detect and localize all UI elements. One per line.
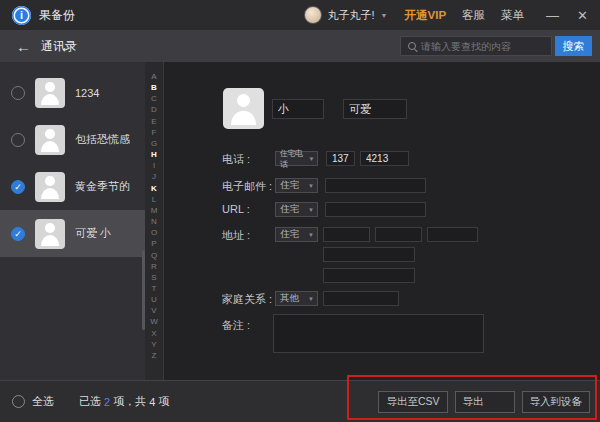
url-type-dropdown[interactable]: 住宅 ▼ (275, 202, 318, 217)
search-box (400, 36, 552, 56)
family-type-dropdown[interactable]: 其他 ▼ (275, 291, 318, 306)
contact-list-item[interactable]: 包括恐慌感 (0, 116, 145, 163)
alphabet-letter[interactable]: Y (151, 339, 156, 350)
contact-list-item[interactable]: ✓黄金季节的 (0, 163, 145, 210)
select-all-radio[interactable] (12, 395, 25, 408)
alphabet-letter[interactable]: A (151, 71, 156, 82)
family-label: 家庭关系 : (222, 292, 272, 307)
footer-buttons: 导出至CSV导出导入到设备 (378, 391, 590, 413)
alphabet-letter[interactable]: W (150, 316, 158, 327)
last-name-input[interactable] (343, 99, 407, 119)
contact-name: 包括恐慌感 (75, 132, 130, 147)
alphabet-letter[interactable]: V (151, 305, 156, 316)
address-label: 地址 : (222, 228, 250, 243)
total-count: 4 (149, 396, 155, 408)
close-button[interactable]: ✕ (577, 8, 588, 23)
alphabet-letter[interactable]: J (152, 171, 156, 182)
alphabet-letter[interactable]: G (151, 138, 157, 149)
alphabet-letter[interactable]: E (151, 116, 156, 127)
address-field-2-input[interactable] (375, 227, 422, 242)
contact-checkbox[interactable]: ✓ (11, 180, 25, 194)
selection-status: 已选 2 项，共 4 项 (79, 394, 172, 409)
titlebar-right: 丸子丸子! ▼ 开通VIP 客服 菜单 — ✕ (304, 6, 588, 24)
chevron-down-icon: ▼ (308, 296, 314, 302)
alphabet-letter[interactable]: T (152, 283, 157, 294)
email-type-dropdown[interactable]: 住宅 ▼ (275, 178, 318, 193)
user-avatar[interactable] (304, 6, 322, 24)
url-input[interactable] (325, 202, 426, 217)
contact-list-item[interactable]: ✓可爱 小 (0, 210, 145, 257)
minimize-button[interactable]: — (546, 8, 559, 23)
alphabet-letter[interactable]: O (151, 227, 157, 238)
alphabet-letter[interactable]: U (151, 294, 157, 305)
app-window: i 果备份 丸子丸子! ▼ 开通VIP 客服 菜单 — ✕ ← 通讯录 搜索 (0, 0, 600, 422)
alphabet-letter[interactable]: P (151, 238, 156, 249)
address-field-3-input[interactable] (427, 227, 478, 242)
alphabet-letter[interactable]: B (151, 82, 157, 93)
contact-name: 黄金季节的 (75, 179, 130, 194)
notes-textarea[interactable] (273, 314, 484, 353)
support-button[interactable]: 客服 (462, 8, 485, 23)
url-type-value: 住宅 (280, 203, 299, 216)
contact-name: 可爱 小 (75, 226, 111, 241)
export-button[interactable]: 导出 (455, 391, 515, 413)
address-line2-input[interactable] (323, 247, 415, 262)
open-vip-button[interactable]: 开通VIP (405, 8, 447, 23)
contact-avatar (35, 125, 65, 155)
menu-button[interactable]: 菜单 (501, 8, 524, 23)
email-input[interactable] (325, 178, 426, 193)
phone-type-dropdown[interactable]: 住宅电话 ▼ (275, 151, 318, 166)
phone-part2-input[interactable] (360, 151, 409, 166)
alphabet-letter[interactable]: R (151, 261, 157, 272)
alphabet-letter[interactable]: H (151, 149, 157, 160)
contact-avatar (35, 78, 65, 108)
search-input[interactable] (421, 41, 551, 52)
import-to-device-button[interactable]: 导入到设备 (522, 391, 591, 413)
address-type-dropdown[interactable]: 住宅 ▼ (275, 227, 318, 242)
phone-part1-input[interactable] (326, 151, 355, 166)
alphabet-letter[interactable]: K (151, 183, 157, 194)
alphabet-letter[interactable]: F (152, 127, 157, 138)
email-type-value: 住宅 (280, 179, 299, 192)
select-all-label: 全选 (32, 394, 54, 409)
titlebar: i 果备份 丸子丸子! ▼ 开通VIP 客服 菜单 — ✕ (0, 0, 600, 30)
contact-checkbox[interactable] (11, 86, 25, 100)
status-suffix: 项 (158, 394, 169, 409)
app-logo-icon: i (12, 6, 31, 25)
family-input[interactable] (323, 291, 399, 306)
toolbar: ← 通讯录 搜索 (0, 30, 600, 62)
alphabet-letter[interactable]: N (151, 216, 157, 227)
family-type-value: 其他 (280, 292, 299, 305)
scrollbar-thumb[interactable] (142, 250, 145, 330)
alphabet-letter[interactable]: L (152, 194, 156, 205)
username[interactable]: 丸子丸子! (328, 8, 375, 23)
alphabet-letter[interactable]: X (151, 328, 156, 339)
export-csv-button[interactable]: 导出至CSV (378, 391, 447, 413)
alphabet-letter[interactable]: Z (152, 350, 157, 361)
address-line3-input[interactable] (323, 268, 415, 283)
search-button[interactable]: 搜索 (555, 36, 592, 56)
address-type-value: 住宅 (280, 228, 299, 241)
chevron-down-icon: ▼ (308, 207, 314, 213)
alphabet-letter[interactable]: D (151, 104, 157, 115)
chevron-down-icon[interactable]: ▼ (381, 12, 388, 19)
address-field-1-input[interactable] (323, 227, 370, 242)
contact-checkbox[interactable] (11, 133, 25, 147)
contact-list-item[interactable]: 1234 (0, 69, 145, 116)
app-title: 果备份 (39, 7, 75, 24)
alphabet-letter[interactable]: M (151, 205, 158, 216)
back-arrow-icon[interactable]: ← (16, 39, 31, 54)
alphabet-letter[interactable]: S (151, 272, 156, 283)
status-prefix: 已选 (79, 394, 101, 409)
first-name-input[interactable] (272, 99, 324, 119)
contact-checkbox[interactable]: ✓ (11, 227, 25, 241)
alphabet-letter[interactable]: I (153, 160, 155, 171)
selected-count: 2 (104, 396, 110, 408)
select-all-control[interactable]: 全选 (12, 394, 54, 409)
chevron-down-icon: ▼ (309, 156, 314, 162)
alphabet-letter[interactable]: Q (151, 250, 157, 261)
alphabet-letter[interactable]: C (151, 93, 157, 104)
alphabet-index: ABCDEFGHIJKLMNOPQRSTUVWXYZ (145, 62, 164, 380)
contact-avatar (35, 219, 65, 249)
contact-name: 1234 (75, 87, 99, 99)
